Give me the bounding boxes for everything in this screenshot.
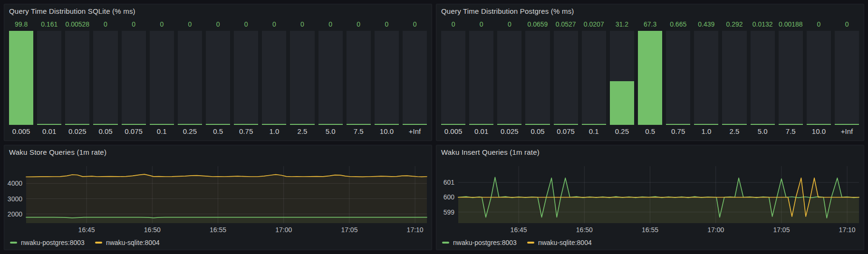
- bar-value-label: 0: [375, 19, 399, 30]
- bar-column: 00.075: [122, 19, 146, 138]
- bar-category-label: 0.025: [497, 126, 521, 138]
- bar-column: 07.5: [347, 19, 371, 138]
- bar-category-label: 5.0: [318, 126, 343, 138]
- bar-track: [375, 31, 399, 125]
- series-line: [26, 174, 427, 177]
- bar-track: [93, 31, 117, 125]
- panel-title[interactable]: Query Time Distribution Postgres (% ms): [436, 4, 864, 19]
- bar-value-label: 0: [262, 19, 286, 30]
- legend-series-dash: [10, 242, 17, 244]
- bar-value-label: 0: [469, 19, 493, 30]
- bar-value-label: 0: [807, 19, 831, 30]
- time-series-plot[interactable]: 16:4516:5016:5517:0017:0517:102000300040…: [4, 160, 432, 235]
- bar-category-label: 2.5: [290, 126, 314, 138]
- x-tick-label: 16:55: [642, 226, 658, 234]
- bar-track: [638, 31, 662, 125]
- bar-category-label: 0.75: [666, 126, 690, 138]
- bar-category-label: 0.005: [9, 126, 33, 138]
- panel-title[interactable]: Waku Insert Queries (1m rate): [436, 145, 864, 160]
- legend-item[interactable]: nwaku-sqlite:8004: [95, 239, 160, 246]
- insert-queries-chart[interactable]: 16:4516:5016:5517:0017:0517:10599600601: [436, 160, 864, 235]
- bar-value-label: 0.0527: [554, 19, 578, 30]
- bar-column: 010.0: [807, 19, 831, 138]
- y-tick-label: 2000: [8, 210, 22, 218]
- panel-query-time-distribution-sqlite: Query Time Distribution SQLite (% ms) 99…: [4, 4, 432, 141]
- bar-column: 99.80.005: [9, 19, 33, 138]
- panel-query-time-distribution-postgres: Query Time Distribution Postgres (% ms) …: [436, 4, 864, 141]
- bar-category-label: 0.5: [638, 126, 662, 138]
- bar-fill: [469, 124, 493, 125]
- legend-series-label: nwaku-postgres:8003: [453, 239, 517, 246]
- bar-fill: [403, 124, 427, 125]
- bar-track: [751, 31, 775, 125]
- legend-item[interactable]: nwaku-postgres:8003: [10, 239, 85, 246]
- bar-fill: [93, 124, 117, 125]
- sqlite-histogram-bargauge[interactable]: 99.80.0050.1610.010.005280.02500.0500.07…: [4, 19, 432, 141]
- x-tick-label: 17:00: [707, 226, 724, 234]
- bar-track: [150, 31, 174, 125]
- legend-item[interactable]: nwaku-postgres:8003: [442, 239, 517, 246]
- bar-column: 0.6650.75: [666, 19, 690, 138]
- panel-title[interactable]: Query Time Distribution SQLite (% ms): [4, 4, 432, 19]
- legend-series-label: nwaku-postgres:8003: [21, 239, 85, 246]
- bar-fill: [375, 124, 399, 125]
- bar-column: 31.20.25: [610, 19, 634, 138]
- y-tick-label: 599: [444, 208, 455, 216]
- bar-category-label: +Inf: [403, 126, 427, 138]
- bar-value-label: 0: [347, 19, 371, 30]
- bar-column: 05.0: [318, 19, 343, 138]
- bar-category-label: 1.0: [262, 126, 286, 138]
- bar-fill: [779, 124, 803, 125]
- bar-column: 0.001887.5: [779, 19, 803, 138]
- bar-track: [722, 31, 746, 125]
- bar-track: [807, 31, 831, 125]
- bar-track: [318, 31, 343, 125]
- bar-value-label: 0.00528: [65, 19, 89, 30]
- bar-value-label: 0: [497, 19, 521, 30]
- panel-title[interactable]: Waku Store Queries (1m rate): [4, 145, 432, 160]
- x-tick-label: 17:00: [275, 226, 292, 234]
- x-tick-label: 16:55: [210, 226, 226, 234]
- bar-column: 010.0: [375, 19, 399, 138]
- bar-column: 0+Inf: [403, 19, 427, 138]
- bar-value-label: 0: [318, 19, 343, 30]
- grafana-dashboard: Query Time Distribution SQLite (% ms) 99…: [0, 0, 868, 254]
- bar-category-label: 0.01: [469, 126, 493, 138]
- bar-category-label: 0.025: [65, 126, 89, 138]
- insert-queries-legend: nwaku-postgres:8003nwaku-sqlite:8004: [436, 235, 864, 250]
- bar-value-label: 0: [290, 19, 314, 30]
- bar-track: [610, 31, 634, 125]
- bar-fill: [290, 124, 314, 125]
- bar-category-label: 0.1: [150, 126, 174, 138]
- panel-waku-store-queries: Waku Store Queries (1m rate) 16:4516:501…: [4, 145, 432, 250]
- bar-fill: [318, 124, 343, 125]
- bar-track: [779, 31, 803, 125]
- time-series-plot[interactable]: 16:4516:5016:5517:0017:0517:10599600601: [436, 160, 864, 235]
- bar-fill: [722, 124, 746, 125]
- bar-fill: [525, 124, 550, 125]
- bar-track: [37, 31, 61, 125]
- bar-category-label: 0.25: [610, 126, 634, 138]
- bar-fill: [441, 124, 465, 125]
- bar-column: 0.05270.075: [554, 19, 578, 138]
- x-tick-label: 17:05: [341, 226, 357, 234]
- x-tick-label: 16:50: [576, 226, 593, 234]
- bar-value-label: 0: [150, 19, 174, 30]
- bar-fill: [751, 124, 775, 125]
- bar-category-label: 0.075: [122, 126, 146, 138]
- bar-column: 0.005280.025: [65, 19, 89, 138]
- bar-column: 0.2922.5: [722, 19, 746, 138]
- bar-value-label: 0.665: [666, 19, 690, 30]
- bar-column: 0.02070.1: [582, 19, 606, 138]
- bar-category-label: 0.5: [206, 126, 230, 138]
- bar-fill: [497, 124, 521, 125]
- bar-category-label: 10.0: [807, 126, 831, 138]
- legend-item[interactable]: nwaku-sqlite:8004: [527, 239, 592, 246]
- series-fill: [458, 178, 859, 223]
- store-queries-legend: nwaku-postgres:8003nwaku-sqlite:8004: [4, 235, 432, 250]
- store-queries-chart[interactable]: 16:4516:5016:5517:0017:0517:102000300040…: [4, 160, 432, 235]
- bar-value-label: 0: [178, 19, 202, 30]
- legend-series-label: nwaku-sqlite:8004: [538, 239, 592, 246]
- postgres-histogram-bargauge[interactable]: 00.00500.0100.0250.06590.050.05270.0750.…: [436, 19, 864, 141]
- bar-track: [582, 31, 606, 125]
